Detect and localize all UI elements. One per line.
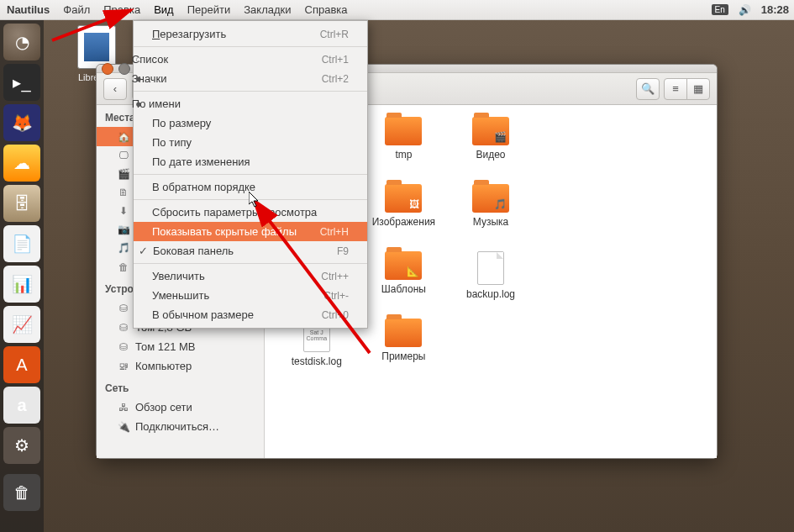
dl-place-icon: ⬇	[117, 205, 130, 217]
connect-icon: 🔌	[117, 421, 130, 433]
desktop-place-icon: 🖵	[117, 150, 130, 161]
menu-sort-date[interactable]: По дате изменения	[134, 152, 367, 171]
calc-icon[interactable]: 📈	[3, 306, 40, 343]
back-button[interactable]: ‹	[103, 78, 127, 100]
sidebar-network-head: Сеть	[97, 376, 264, 398]
trash-icon[interactable]: 🗑	[3, 474, 40, 511]
cursor-icon	[249, 192, 262, 208]
top-panel: Nautilus Файл Правка Вид Перейти Закладк…	[0, 0, 794, 20]
view-list-button[interactable]: ≡	[664, 78, 687, 100]
trash-place-icon: 🗑	[117, 261, 130, 273]
music-badge-icon: 🎵	[494, 198, 507, 210]
music-place-icon: 🎵	[117, 242, 130, 254]
firefox-icon[interactable]: 🦊	[3, 104, 40, 141]
menu-icon-view[interactable]: ЗначкиCtrl+2	[134, 69, 367, 88]
folder-icon: 🎬	[472, 117, 509, 145]
app-name: Nautilus	[0, 3, 56, 16]
folder-examples[interactable]: Примеры	[360, 319, 448, 382]
volume-icon[interactable]	[734, 4, 756, 16]
menu-go[interactable]: Перейти	[181, 3, 238, 16]
settings-icon[interactable]: ⚙	[3, 427, 40, 464]
dash-icon[interactable]: ◔	[3, 24, 40, 61]
menu-zoom-out[interactable]: УменьшитьCtrl+-	[134, 286, 367, 305]
disk-icon: ⛁	[117, 341, 130, 353]
file-icon	[477, 251, 504, 285]
computer-icon: 🖳	[117, 361, 130, 372]
sidebar-browse-net[interactable]: 🖧Обзор сети	[97, 398, 264, 417]
menu-sort-type[interactable]: По типу	[134, 133, 367, 152]
menu-zoom-normal[interactable]: В обычном размереCtrl+0	[134, 305, 367, 324]
view-grid-button[interactable]: ▦	[686, 78, 710, 100]
sidebar-computer[interactable]: 🖳Компьютер	[97, 356, 264, 376]
cloud-icon[interactable]: ☁	[3, 145, 40, 182]
video-badge-icon: 🎬	[494, 131, 507, 143]
folder-video[interactable]: 🎬Видео	[447, 117, 534, 181]
folder-icon: 📐	[385, 251, 422, 280]
folder-tmp[interactable]: tmp	[360, 117, 448, 181]
file-backup[interactable]: backup.log	[447, 251, 534, 315]
view-menu-dropdown: ПерезагрузитьCtrl+R СписокCtrl+1 ЗначкиC…	[133, 20, 368, 329]
folder-templates[interactable]: 📐Шаблоны	[360, 251, 448, 315]
menu-reload[interactable]: ПерезагрузитьCtrl+R	[134, 24, 367, 44]
search-button[interactable]: 🔍	[636, 78, 660, 100]
sidebar-connect[interactable]: 🔌Подключиться…	[97, 417, 264, 436]
picture-badge-icon: 🖼	[409, 198, 419, 210]
folder-pictures[interactable]: 🖼Изображения	[360, 184, 448, 248]
template-badge-icon: 📐	[407, 266, 419, 277]
menu-edit[interactable]: Правка	[97, 3, 147, 16]
menu-show-hidden[interactable]: Показывать скрытые файлыCtrl+H	[134, 222, 367, 241]
writer-icon[interactable]: 📄	[3, 225, 40, 262]
folder-icon	[385, 117, 422, 145]
amazon-icon[interactable]: a	[3, 387, 40, 424]
disk-icon: ⛁	[117, 322, 130, 334]
menu-view[interactable]: Вид	[147, 3, 181, 16]
menu-help[interactable]: Справка	[298, 3, 355, 16]
folder-icon: 🎵	[472, 184, 509, 213]
impress-icon[interactable]: 📊	[3, 266, 40, 303]
files-icon[interactable]: 🗄	[3, 185, 40, 222]
video-place-icon: 🎬	[117, 168, 130, 180]
close-button[interactable]	[102, 63, 113, 75]
menu-file[interactable]: Файл	[56, 3, 97, 16]
docs-place-icon: 🗎	[117, 187, 130, 198]
menu-sort-name[interactable]: По имени	[134, 94, 367, 113]
folder-icon: 🖼	[385, 184, 422, 213]
folder-music[interactable]: 🎵Музыка	[447, 184, 534, 248]
disk-icon: ⛁	[117, 303, 130, 314]
terminal-icon[interactable]: ▸_	[3, 64, 40, 101]
menu-side-panel[interactable]: Боковая панельF9	[134, 241, 367, 261]
menu-bookmarks[interactable]: Закладки	[237, 3, 297, 16]
launcher: ◔ ▸_ 🦊 ☁ 🗄 📄 📊 📈 A a ⚙ 🗑	[0, 20, 44, 532]
network-icon: 🖧	[117, 402, 130, 413]
home-icon: 🏠	[117, 131, 130, 143]
pic-place-icon: 📷	[117, 224, 130, 235]
lang-indicator[interactable]: En	[707, 4, 734, 15]
minimize-button[interactable]	[118, 63, 130, 75]
folder-icon	[385, 319, 422, 347]
clock[interactable]: 18:28	[756, 3, 794, 16]
menu-list-view[interactable]: СписокCtrl+1	[134, 50, 367, 69]
software-icon[interactable]: A	[3, 346, 40, 383]
sidebar-vol3[interactable]: ⛁Том 121 MB	[97, 337, 264, 356]
menu-sort-size[interactable]: По размеру	[134, 113, 367, 133]
menu-zoom-in[interactable]: УвеличитьCtrl++	[134, 266, 367, 286]
